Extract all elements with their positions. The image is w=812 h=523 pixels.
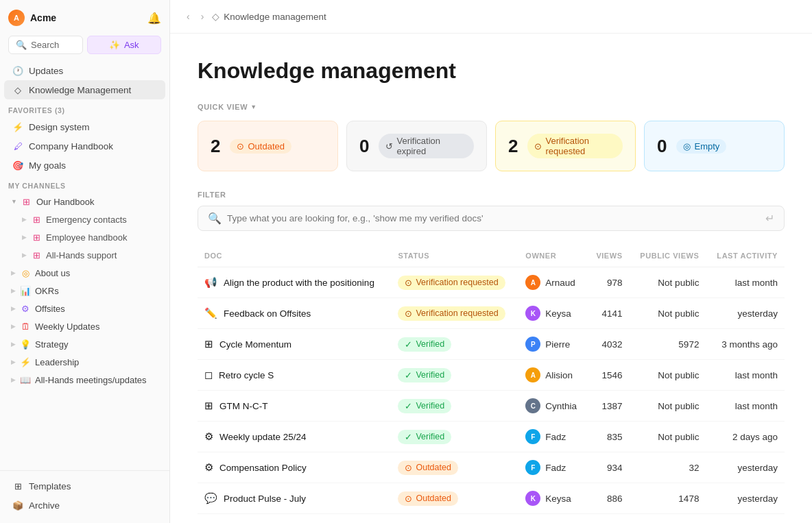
status-icon: ⊙ [405, 308, 412, 319]
cell-status: ⊙ Verification requested [391, 267, 518, 298]
cell-views: 934 [587, 452, 629, 483]
weekly-updates-icon: 🗓 [20, 321, 31, 332]
quick-view-label[interactable]: QUICK VIEW ▼ [198, 103, 785, 111]
search-button[interactable]: 🔍 Search [8, 36, 83, 54]
cell-status: ✓ Verified [391, 329, 518, 360]
sidebar-item-company-handbook[interactable]: 🖊 Company Handbook [4, 136, 165, 156]
all-hands-support-icon: ⊞ [31, 250, 42, 260]
sidebar-label-okrs: OKRs [35, 286, 59, 296]
qv-card-verification-requested[interactable]: 2 ⊙ Verification requested [495, 121, 636, 171]
cell-owner: P Pierre [518, 329, 587, 360]
app-name: Acme [30, 12, 56, 23]
cell-public-views: 5972 [630, 329, 706, 360]
sidebar-label-employee-handbook: Employee handbook [46, 232, 128, 243]
sidebar-logo[interactable]: A Acme [8, 10, 56, 26]
sidebar-label-all-hands-support: All-Hands support [46, 250, 117, 260]
avatar: F [525, 429, 540, 444]
table-row[interactable]: ◻ Retro cycle S ✓ Verified A Alision 154… [198, 360, 785, 391]
sidebar-label-updates: Updates [29, 66, 63, 76]
status-icon: ⊙ [405, 463, 412, 473]
cell-public-views: 1478 [630, 483, 706, 514]
forward-button[interactable]: › [198, 10, 207, 23]
doc-icon: ⊞ [204, 400, 213, 412]
cell-views: 886 [587, 483, 629, 514]
filter-input[interactable] [227, 213, 760, 223]
cell-views: 978 [587, 267, 629, 298]
emergency-icon: ⊞ [31, 214, 42, 225]
filter-bar: 🔍 ↵ [198, 206, 785, 231]
owner-name: Keysa [545, 494, 571, 504]
table-row[interactable]: ⊞ GTM N-C-T ✓ Verified C Cynthia 1387 No… [198, 391, 785, 422]
sidebar-item-all-hands-meetings[interactable]: ▶ 📖 All-Hands meetings/updates [0, 371, 169, 389]
enter-icon: ↵ [765, 212, 774, 225]
ask-icon: ✨ [109, 40, 120, 50]
table-row[interactable]: 📢 Align the product with the positioning… [198, 267, 785, 298]
owner-name: Keysa [545, 308, 571, 319]
sidebar-item-my-goals[interactable]: 🎯 My goals [4, 156, 165, 175]
doc-title: Weekly update 25/24 [219, 432, 307, 442]
expand-icon8: ▶ [11, 341, 16, 348]
table-row[interactable]: ⚙ Weekly update 25/24 ✓ Verified F Fadz … [198, 422, 785, 452]
ask-button[interactable]: ✨ Ask [87, 36, 162, 54]
sidebar-item-all-hands-support[interactable]: ▶ ⊞ All-Hands support [0, 246, 169, 264]
doc-icon: ⊞ [204, 338, 213, 350]
table-row[interactable]: ✏️ Feedback on Offsites ⊙ Verification r… [198, 298, 785, 329]
sidebar-search-row: 🔍 Search ✨ Ask [0, 33, 169, 61]
table-row[interactable]: ⊞ Cycle Momentum ✓ Verified P Pierre 403… [198, 329, 785, 360]
sidebar-item-emergency[interactable]: ▶ ⊞ Emergency contacts [0, 210, 169, 228]
cell-owner: K Keysa [518, 483, 587, 514]
sidebar-item-weekly-updates[interactable]: ▶ 🗓 Weekly Updates [0, 317, 169, 335]
cell-status: ⊙ Outdated [391, 452, 518, 483]
doc-title: GTM N-C-T [219, 401, 267, 411]
qv-card-empty[interactable]: 0 ◎ Empty [644, 121, 785, 171]
handbook-icon: ⊞ [21, 196, 32, 207]
cell-doc: ◻ Retro cycle S [198, 360, 391, 391]
cell-last-activity: yesterday [706, 452, 785, 483]
goals-icon: 🎯 [12, 160, 23, 171]
sidebar-item-updates[interactable]: 🕐 Updates [4, 61, 165, 80]
expand-icon9: ▶ [11, 358, 16, 365]
status-badge: ⊙ Verification requested [398, 306, 505, 321]
qv-card-outdated[interactable]: 2 ⊙ Outdated [198, 121, 338, 171]
sidebar-item-offsites[interactable]: ▶ ⚙ Offsites [0, 300, 169, 317]
cell-views: 4032 [587, 329, 629, 360]
offsites-icon: ⚙ [20, 303, 31, 314]
breadcrumb: ◇ Knowledge management [212, 11, 326, 22]
doc-title: Align the product with the positioning [224, 278, 374, 288]
owner-name: Pierre [545, 339, 570, 350]
updates-icon: 🕐 [12, 65, 23, 76]
cell-views: 835 [587, 422, 629, 452]
sidebar-item-knowledge[interactable]: ◇ Knowledge Management [4, 80, 165, 99]
expand-icon6: ▶ [11, 305, 16, 312]
col-views: VIEWS [587, 247, 629, 267]
sidebar-item-templates[interactable]: ⊞ Templates [4, 476, 165, 496]
doc-title: Retro cycle S [219, 370, 274, 380]
table-row[interactable]: ⚙ Compensation Policy ⊙ Outdated F Fadz … [198, 452, 785, 483]
sidebar-item-employee-handbook[interactable]: ▶ ⊞ Employee handbook [0, 228, 169, 246]
col-last-activity: LAST ACTIVITY [706, 247, 785, 267]
quick-view-text: QUICK VIEW [198, 103, 248, 111]
doc-icon: ⚙ [204, 430, 213, 443]
sidebar-item-leadership[interactable]: ▶ ⚡ Leadership [0, 353, 169, 371]
col-status: STATUS [391, 247, 518, 267]
sidebar-item-design[interactable]: ⚡ Design system [4, 117, 165, 136]
bell-icon[interactable]: 🔔 [147, 12, 161, 25]
sidebar-item-our-handbook[interactable]: ▼ ⊞ Our Handbook [0, 193, 169, 210]
sidebar-item-about-us[interactable]: ▶ ◎ About us [0, 264, 169, 282]
col-doc: DOC [198, 247, 391, 267]
sidebar-item-archive[interactable]: 📦 Archive [4, 496, 165, 515]
filter-search-icon: 🔍 [208, 212, 222, 225]
company-handbook-icon: 🖊 [12, 141, 23, 151]
filter-label: FILTER [198, 191, 785, 199]
sidebar-item-okrs[interactable]: ▶ 📊 OKRs [0, 282, 169, 300]
avatar: A [525, 367, 540, 382]
table-row[interactable]: 💬 Product Pulse - July ⊙ Outdated K Keys… [198, 483, 785, 514]
back-button[interactable]: ‹ [184, 10, 193, 23]
qv-card-verification-expired[interactable]: 0 ↺ Verification expired [346, 121, 487, 171]
breadcrumb-icon: ◇ [212, 11, 219, 22]
cell-doc: ⚙ Compensation Policy [198, 452, 391, 483]
sidebar-item-strategy[interactable]: ▶ 💡 Strategy [0, 335, 169, 353]
qv-badge-outdated: ⊙ Outdated [230, 139, 291, 154]
avatar: K [525, 306, 540, 321]
status-icon: ✓ [405, 370, 412, 380]
